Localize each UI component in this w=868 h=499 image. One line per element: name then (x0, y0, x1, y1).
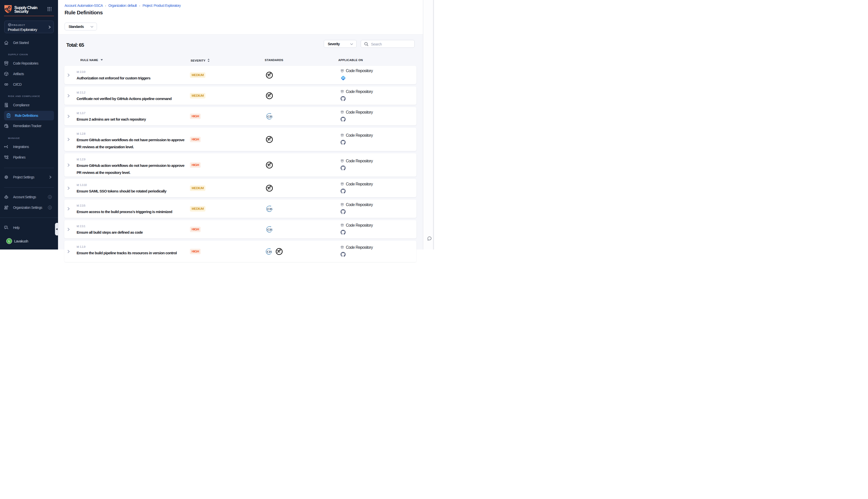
svg-text:CIS: CIS (268, 228, 273, 231)
svg-text:CIS: CIS (268, 207, 273, 210)
svg-text:?: ? (5, 226, 7, 228)
svg-text:CIS: CIS (268, 114, 273, 118)
